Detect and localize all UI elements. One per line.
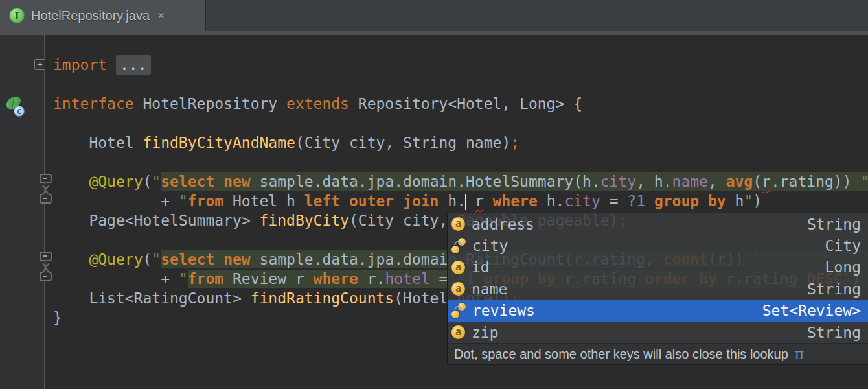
code-line[interactable] — [53, 113, 868, 133]
code-token-id: h. — [538, 193, 565, 209]
fold-region-end-icon[interactable] — [40, 272, 52, 281]
completion-type: String — [807, 324, 861, 341]
code-editor[interactable]: + C import ...interface HotelRepository … — [0, 35, 868, 389]
code-completion-popup: aaddressStringcityCityaidLonganameString… — [447, 213, 868, 365]
fold-region-start-icon[interactable] — [40, 174, 52, 183]
code-line[interactable] — [53, 75, 868, 94]
completion-label: name — [472, 281, 507, 298]
completion-item-city[interactable]: cityCity — [448, 235, 868, 256]
code-token-str: " — [152, 251, 161, 268]
completion-label: reviews — [472, 302, 535, 319]
code-token-fold: ... — [116, 55, 151, 75]
jpa-attribute-icon: a — [451, 217, 465, 231]
code-token-id — [214, 251, 223, 268]
completion-type: Long — [825, 259, 861, 276]
code-token-id: sample.data.jpa.domain.HotelSummary(h. — [251, 173, 600, 190]
code-token-id — [53, 173, 89, 190]
code-token-id: ) — [753, 193, 762, 209]
completion-type: String — [807, 216, 861, 233]
code-token-id: Review r — [223, 270, 313, 287]
code-token-ann: @Query — [89, 251, 143, 268]
close-tab-icon[interactable]: × — [157, 8, 165, 23]
code-token-id: HotelRepository — [134, 95, 286, 112]
code-token-id: h — [726, 193, 744, 209]
code-token-id: ( — [143, 173, 152, 190]
code-token-kwb: select — [161, 173, 214, 190]
editor-tab-bar: I HotelRepository.java × — [0, 0, 868, 31]
completion-hint-footer: Dot, space and some other keys will also… — [448, 343, 868, 364]
ide-window: I HotelRepository.java × + C import ...i… — [0, 0, 868, 389]
fold-region-start-icon[interactable] — [40, 252, 52, 261]
code-line[interactable]: import ... — [53, 55, 868, 75]
completion-item-id[interactable]: aidLong — [448, 257, 868, 278]
tab-title: HotelRepository.java — [31, 8, 150, 23]
completion-type: Set<Review> — [762, 302, 861, 319]
code-token-kw: import — [53, 56, 107, 73]
code-token-kwb: new — [223, 251, 251, 268]
code-token-meth: findRatingCounts — [251, 290, 394, 307]
completion-item-name[interactable]: anameString — [448, 278, 868, 300]
code-token-kw: extends — [286, 95, 349, 112]
code-token-err: r — [762, 173, 771, 190]
completion-hint-text: Dot, space and some other keys will also… — [454, 347, 788, 362]
relationship-arc — [453, 305, 464, 316]
code-token-id: = — [600, 193, 628, 209]
code-token-id: , — [708, 173, 726, 190]
completion-item-reviews[interactable]: reviewsSet<Review> — [448, 300, 868, 322]
completion-label: address — [472, 216, 534, 233]
relationship-arc — [453, 240, 464, 251]
code-token-field: name — [672, 173, 708, 190]
code-line[interactable]: interface HotelRepository extends Reposi… — [53, 94, 868, 113]
expand-fold-icon[interactable]: + — [34, 59, 45, 70]
code-token-field: city — [564, 193, 600, 209]
code-token-id: List<RatingCount> — [53, 290, 251, 307]
code-token-id: ( — [753, 173, 762, 190]
code-token-kwb: from — [188, 270, 223, 287]
code-token-id: , h. — [636, 173, 672, 190]
code-token-id: (City city, String name) — [295, 134, 510, 151]
code-token-kwb: where — [493, 193, 538, 209]
code-token-id — [53, 251, 89, 268]
jpa-relationship-icon — [451, 239, 466, 253]
code-line[interactable] — [53, 152, 868, 172]
code-token-id: } — [53, 309, 62, 326]
code-token-field: city — [600, 173, 636, 190]
code-token-id: h. — [439, 193, 466, 209]
code-token-str: " — [179, 270, 188, 287]
code-token-id: r. — [358, 270, 385, 287]
code-token-str: " — [860, 173, 868, 190]
tab-hotelrepository-java[interactable]: I HotelRepository.java × — [0, 0, 206, 31]
fold-region-end-icon[interactable] — [40, 194, 52, 204]
jpa-attribute-icon: a — [451, 261, 465, 274]
class-letter-icon: C — [14, 106, 25, 117]
code-token-num: ?1 — [627, 193, 645, 209]
completion-item-address[interactable]: aaddressString — [448, 213, 868, 235]
code-token-str: " — [744, 193, 753, 209]
code-token-kwb: group by — [654, 193, 726, 209]
code-token-str: " — [152, 173, 161, 190]
interface-file-icon: I — [9, 8, 25, 23]
code-line[interactable]: @Query("select new sample.data.jpa.domai… — [53, 172, 868, 191]
spring-entity-class-icon[interactable]: C — [5, 97, 25, 117]
code-token-kw: interface — [53, 95, 134, 112]
completion-label: id — [472, 259, 490, 276]
code-token-id: ( — [143, 251, 152, 268]
jpa-attribute-icon: a — [451, 282, 465, 296]
completion-label: city — [472, 237, 508, 254]
code-token-err: r — [475, 193, 484, 209]
code-token-id: + — [53, 193, 179, 209]
code-token-id — [107, 56, 116, 73]
code-token-id — [645, 193, 654, 209]
code-token-kwb: select — [161, 251, 214, 268]
code-token-field: hotel — [385, 270, 429, 287]
code-token-id: .rating)) — [771, 173, 860, 190]
code-token-kwb: new — [223, 173, 251, 190]
code-token-kwb: left outer join — [304, 193, 439, 209]
code-token-id: + — [53, 270, 179, 287]
code-line[interactable]: Hotel findByCityAndName(City city, Strin… — [53, 133, 868, 152]
code-token-kwb: where — [314, 270, 358, 287]
code-line[interactable]: + "from Hotel h left outer join h. r whe… — [53, 191, 868, 211]
code-token-id — [466, 193, 475, 209]
completion-item-zip[interactable]: azipString — [448, 322, 868, 343]
code-token-id: Hotel h — [223, 193, 304, 209]
